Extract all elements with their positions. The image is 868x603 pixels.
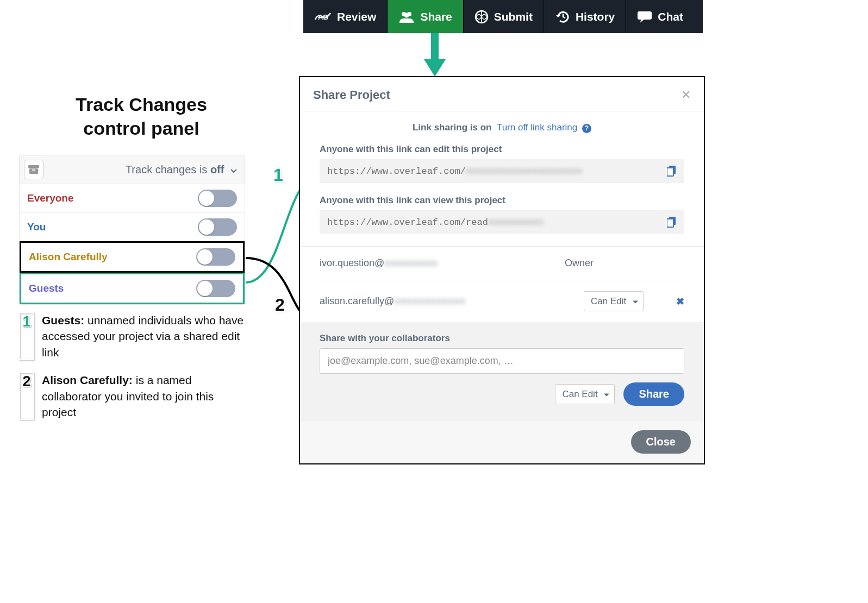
collaborator-row-alison: alison.carefully@●●●●●●●●●●●● Can Edit ✖ <box>320 280 684 322</box>
svg-rect-8 <box>32 169 35 171</box>
close-button[interactable]: Close <box>631 430 691 454</box>
history-icon <box>555 10 570 24</box>
svg-rect-6 <box>28 165 39 168</box>
svg-text:AB: AB <box>318 13 328 21</box>
chat-icon <box>637 10 652 24</box>
link-sharing-status: Link sharing is on Turn off link sharing… <box>320 122 684 133</box>
toolbar-submit[interactable]: Submit <box>464 0 544 33</box>
tc-label-alison: Alison Carefully <box>29 251 108 263</box>
copy-view-link-icon[interactable] <box>667 217 677 228</box>
help-icon[interactable]: ? <box>582 124 591 133</box>
tc-toggle-you[interactable] <box>198 218 237 236</box>
collab-owner-email: ivor.question@●●●●●●●●● <box>320 257 565 269</box>
toolbar-review[interactable]: AB Review <box>303 0 388 33</box>
svg-rect-10 <box>667 168 673 176</box>
toolbar-share-label: Share <box>420 10 452 23</box>
archive-button[interactable] <box>24 160 43 179</box>
track-changes-panel: Track changes is off Everyone You Alison… <box>19 155 245 305</box>
close-icon[interactable]: ✕ <box>681 88 691 102</box>
tc-label-you: You <box>27 221 46 233</box>
tc-row-guests: Guests <box>20 273 245 304</box>
tc-label-guests: Guests <box>29 282 64 294</box>
turn-off-link-sharing[interactable]: Turn off link sharing <box>497 122 577 133</box>
svg-point-3 <box>404 12 409 17</box>
annotation-2: 2 Alison Carefully: is a named collabora… <box>19 372 247 420</box>
svg-rect-7 <box>29 168 38 174</box>
tc-toggle-guests[interactable] <box>196 280 235 297</box>
toolbar-chat[interactable]: Chat <box>626 0 694 33</box>
tc-row-alison: Alison Carefully <box>20 241 245 273</box>
invite-role-select[interactable]: Can Edit <box>555 384 615 404</box>
toolbar-review-label: Review <box>337 10 376 23</box>
toolbar-chat-label: Chat <box>658 10 683 23</box>
remove-collaborator-icon[interactable]: ✖ <box>676 296 684 307</box>
collaborator-row-owner: ivor.question@●●●●●●●●● Owner <box>320 247 684 280</box>
collab-alison-role-select[interactable]: Can Edit <box>584 291 644 311</box>
top-toolbar: AB Review Share Submit History Chat <box>303 0 703 33</box>
tc-row-everyone: Everyone <box>20 184 245 212</box>
share-project-modal: Share Project ✕ Link sharing is on Turn … <box>299 76 705 464</box>
toolbar-submit-label: Submit <box>494 10 533 23</box>
edit-link-box: https://www.overleaf.com/●●●●●●●●●●●●●●●… <box>320 159 684 183</box>
callout-2: 2 <box>275 295 285 315</box>
chevron-down-icon <box>230 169 237 173</box>
anno-num-1: 1 <box>19 312 34 360</box>
svg-rect-5 <box>431 33 439 60</box>
view-link-label: Anyone with this link can view this proj… <box>320 195 684 206</box>
tc-toggle-everyone[interactable] <box>198 190 237 207</box>
invite-email-input[interactable] <box>320 348 684 374</box>
toolbar-history[interactable]: History <box>544 0 626 33</box>
share-icon <box>398 10 415 23</box>
collab-owner-role: Owner <box>565 257 641 269</box>
share-button[interactable]: Share <box>623 382 684 406</box>
review-icon: AB <box>314 10 332 24</box>
track-changes-title: Track Changes control panel <box>38 92 245 140</box>
anno-num-2: 2 <box>19 372 34 420</box>
tc-row-you: You <box>20 212 245 241</box>
tc-label-everyone: Everyone <box>27 192 74 204</box>
collab-alison-email: alison.carefully@●●●●●●●●●●●● <box>320 296 584 307</box>
edit-link-label: Anyone with this link can edit this proj… <box>320 144 684 155</box>
callout-1: 1 <box>273 165 283 185</box>
tc-toggle-alison[interactable] <box>196 248 235 266</box>
modal-title: Share Project <box>313 88 390 102</box>
submit-icon <box>474 10 489 24</box>
annotation-1: 1 Guests: unnamed individuals who have a… <box>19 312 247 360</box>
invite-label: Share with your collaborators <box>320 333 684 344</box>
view-link-box: https://www.overleaf.com/read●●●●●●●●●● <box>320 210 684 234</box>
svg-rect-12 <box>667 219 673 227</box>
toolbar-history-label: History <box>576 10 615 23</box>
copy-edit-link-icon[interactable] <box>667 166 677 177</box>
toolbar-share[interactable]: Share <box>388 0 463 33</box>
track-changes-status[interactable]: Track changes is off <box>43 164 237 176</box>
pointer-arrow <box>421 33 448 78</box>
annotations-list: 1 Guests: unnamed individuals who have a… <box>19 312 247 432</box>
